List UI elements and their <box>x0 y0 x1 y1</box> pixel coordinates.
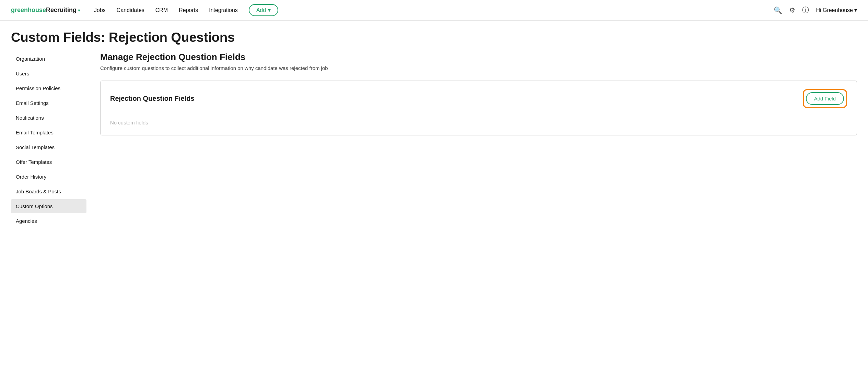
content-layout: Organization Users Permission Policies E… <box>0 52 868 229</box>
sidebar-item-order-history[interactable]: Order History <box>11 170 86 184</box>
sidebar: Organization Users Permission Policies E… <box>11 52 93 229</box>
user-menu[interactable]: Hi Greenhouse ▾ <box>816 7 857 13</box>
section-description: Configure custom questions to collect ad… <box>100 65 857 71</box>
top-nav: greenhouse Recruiting ▾ Jobs Candidates … <box>0 0 868 21</box>
sidebar-item-job-boards-posts[interactable]: Job Boards & Posts <box>11 184 86 198</box>
sidebar-item-users[interactable]: Users <box>11 67 86 81</box>
sidebar-item-email-settings[interactable]: Email Settings <box>11 96 86 110</box>
add-button[interactable]: Add ▾ <box>249 4 278 16</box>
brand-dark-text: Recruiting <box>46 7 77 14</box>
nav-right: 🔍 ⚙ ⓘ Hi Greenhouse ▾ <box>774 5 857 15</box>
add-field-highlight: Add Field <box>803 89 847 108</box>
add-field-button[interactable]: Add Field <box>806 92 844 105</box>
rejection-fields-card: Rejection Question Fields Add Field No c… <box>100 81 857 135</box>
sidebar-item-offer-templates[interactable]: Offer Templates <box>11 155 86 169</box>
nav-links: Jobs Candidates CRM Reports Integrations… <box>94 4 774 16</box>
sidebar-item-social-templates[interactable]: Social Templates <box>11 140 86 154</box>
sidebar-item-permission-policies[interactable]: Permission Policies <box>11 81 86 95</box>
sidebar-item-custom-options[interactable]: Custom Options <box>11 199 86 213</box>
main-content: Manage Rejection Question Fields Configu… <box>93 52 857 229</box>
search-icon[interactable]: 🔍 <box>774 6 782 14</box>
brand-green-text: greenhouse <box>11 7 46 14</box>
brand-chevron: ▾ <box>78 8 80 13</box>
gear-icon[interactable]: ⚙ <box>789 6 795 14</box>
sidebar-item-notifications[interactable]: Notifications <box>11 111 86 125</box>
no-custom-fields-text: No custom fields <box>110 116 847 127</box>
page-title: Custom Fields: Rejection Questions <box>11 30 857 45</box>
sidebar-item-organization[interactable]: Organization <box>11 52 86 66</box>
page-title-area: Custom Fields: Rejection Questions <box>0 21 868 52</box>
nav-jobs[interactable]: Jobs <box>94 7 106 13</box>
section-title: Manage Rejection Question Fields <box>100 52 857 62</box>
nav-candidates[interactable]: Candidates <box>117 7 144 13</box>
help-icon[interactable]: ⓘ <box>802 5 809 15</box>
card-header: Rejection Question Fields Add Field <box>110 89 847 108</box>
nav-integrations[interactable]: Integrations <box>209 7 238 13</box>
sidebar-item-email-templates[interactable]: Email Templates <box>11 125 86 140</box>
card-title: Rejection Question Fields <box>110 95 195 103</box>
nav-crm[interactable]: CRM <box>155 7 168 13</box>
brand-logo[interactable]: greenhouse Recruiting ▾ <box>11 7 80 14</box>
nav-reports[interactable]: Reports <box>179 7 198 13</box>
sidebar-item-agencies[interactable]: Agencies <box>11 214 86 228</box>
